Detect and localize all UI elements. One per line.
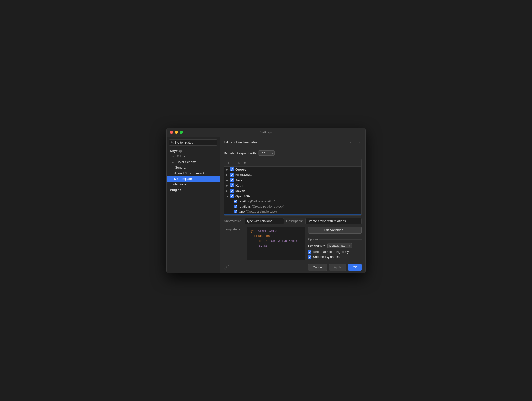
template-text-label: Template text:: [224, 227, 244, 260]
titlebar: Settings: [167, 128, 365, 137]
template-item-relation[interactable]: relation (Define a relation): [224, 199, 361, 204]
edit-variables-button[interactable]: Edit Variables...: [308, 227, 362, 234]
reset-template-button[interactable]: ↺: [243, 160, 248, 165]
panel-body: By default expand with Tab Enter Space +…: [220, 147, 365, 261]
expand-with-select-wrapper[interactable]: Default (Tab) Tab Enter Space: [327, 243, 352, 248]
maximize-button[interactable]: [180, 131, 183, 134]
form-area: Abbreviation: Description: Template text…: [224, 216, 362, 261]
relations-desc: (Create relations block): [252, 205, 284, 208]
breadcrumb-current: Live Templates: [236, 140, 257, 144]
description-label: Description:: [286, 219, 303, 223]
sidebar-item-editor[interactable]: ▾ Editor: [167, 154, 220, 159]
template-group-java-header[interactable]: ▶ Java: [224, 177, 361, 183]
relations-checkbox[interactable]: [234, 205, 237, 208]
add-template-button[interactable]: +: [226, 160, 231, 165]
template-code-view[interactable]: type $TYPE_NAME$ relations define $RELAT: [247, 227, 305, 260]
close-button[interactable]: [170, 131, 173, 134]
cancel-button[interactable]: Cancel: [308, 264, 327, 271]
kotlin-checkbox[interactable]: [230, 183, 234, 187]
abbreviation-row: Abbreviation: Description:: [224, 218, 362, 224]
reformat-row: Reformat according to style: [308, 250, 362, 254]
help-button[interactable]: ?: [224, 265, 229, 270]
right-panel: Editor › Live Templates ← → By default e…: [220, 137, 365, 273]
java-checkbox[interactable]: [230, 178, 234, 182]
shorten-fq-label: Shorten FQ names: [313, 255, 340, 259]
type-checkbox[interactable]: [234, 210, 237, 213]
relation-desc: (Define a relation): [250, 200, 275, 203]
groovy-arrow-icon: ▶: [226, 168, 230, 171]
settings-window: Settings ✕ Keymap ▾ Editor: [166, 128, 366, 273]
search-clear-icon[interactable]: ✕: [213, 141, 215, 144]
template-group-openfga-header[interactable]: ▼ OpenFGA: [224, 193, 361, 199]
type-desc: (Create a simple type): [246, 210, 277, 213]
editor-toggle-icon: ▾: [172, 155, 175, 158]
java-name: Java: [235, 178, 242, 182]
minimize-button[interactable]: [175, 131, 178, 134]
copy-template-button[interactable]: ⧉: [237, 160, 242, 165]
description-input[interactable]: [305, 218, 362, 224]
nav-forward-button[interactable]: →: [356, 139, 362, 145]
nav-back-button[interactable]: ←: [348, 139, 354, 145]
maven-arrow-icon: ▶: [226, 190, 230, 192]
sidebar-item-file-code-templates[interactable]: File and Code Templates: [167, 170, 220, 176]
template-group-maven-header[interactable]: ▶ Maven: [224, 188, 361, 193]
abbreviation-input[interactable]: [245, 218, 284, 224]
shorten-fq-row: Shorten FQ names: [308, 255, 362, 259]
search-icon: [171, 141, 174, 144]
search-input[interactable]: [175, 141, 212, 144]
expand-label: By default expand with: [224, 151, 256, 155]
search-box[interactable]: ✕: [169, 139, 217, 146]
template-group-groovy-header[interactable]: ▶ Groovy: [224, 167, 361, 172]
groovy-checkbox[interactable]: [230, 167, 234, 171]
template-group-groovy: ▶ Groovy: [224, 167, 361, 172]
window-title: Settings: [260, 130, 272, 134]
breadcrumb: Editor › Live Templates: [224, 140, 257, 144]
type-with-relations-checkbox[interactable]: [234, 215, 237, 216]
template-item-type[interactable]: type (Create a simple type): [224, 209, 361, 214]
sidebar-item-live-templates[interactable]: Live Templates: [167, 176, 220, 182]
template-group-html: ▶ HTML/XML: [224, 172, 361, 177]
kotlin-name: Kotlin: [235, 184, 244, 187]
nav-arrows: ← →: [348, 139, 362, 145]
sidebar-item-general[interactable]: General: [167, 165, 220, 170]
ok-button[interactable]: OK: [348, 264, 362, 271]
sidebar: ✕ Keymap ▾ Editor ▸ Color Scheme General…: [167, 137, 220, 273]
reformat-checkbox[interactable]: [308, 250, 311, 254]
breadcrumb-parent: Editor: [224, 140, 232, 144]
reformat-label: Reformat according to style: [313, 250, 351, 254]
code-line-2: relations: [254, 234, 302, 238]
openfga-checkbox[interactable]: [230, 194, 234, 198]
java-arrow-icon: ▶: [226, 179, 230, 182]
sidebar-item-color-scheme[interactable]: ▸ Color Scheme: [167, 159, 220, 165]
template-item-relations[interactable]: relations (Create relations block): [224, 204, 361, 209]
sidebar-item-intentions[interactable]: Intentions: [167, 182, 220, 187]
template-group-html-header[interactable]: ▶ HTML/XML: [224, 172, 361, 177]
templates-list: ▶ Groovy ▶ HTML/XML: [224, 167, 361, 215]
templates-area: + − ⧉ ↺ ▶ Groovy: [224, 159, 362, 216]
templates-toolbar: + − ⧉ ↺: [224, 159, 361, 167]
template-group-kotlin-header[interactable]: ▶ Kotlin: [224, 183, 361, 188]
shorten-fq-checkbox[interactable]: [308, 255, 311, 259]
expand-select[interactable]: Tab Enter Space: [258, 150, 275, 156]
maven-checkbox[interactable]: [230, 189, 234, 193]
relation-checkbox[interactable]: [234, 200, 237, 203]
relation-name: relation: [239, 200, 249, 203]
maven-name: Maven: [235, 189, 245, 193]
openfga-arrow-icon: ▼: [226, 195, 230, 198]
options-section: Options Expand with Default (Tab) Tab En…: [308, 236, 362, 260]
traffic-lights: [170, 131, 183, 134]
openfga-name: OpenFGA: [235, 194, 250, 198]
abbreviation-label: Abbreviation:: [224, 219, 242, 223]
html-checkbox[interactable]: [230, 173, 234, 177]
expand-select-wrapper[interactable]: Tab Enter Space: [258, 150, 275, 156]
options-title: Options: [308, 236, 362, 241]
expand-with-select[interactable]: Default (Tab) Tab Enter Space: [327, 243, 352, 248]
expand-with-label: Expand with: [308, 244, 325, 248]
template-item-type-with-relations[interactable]: type with relations (Create a type with …: [224, 214, 361, 215]
remove-template-button[interactable]: −: [231, 160, 236, 165]
panel-header: Editor › Live Templates ← →: [220, 137, 365, 147]
right-options: Edit Variables... Options Expand with De…: [308, 227, 362, 260]
sidebar-item-keymap[interactable]: Keymap: [167, 148, 220, 154]
sidebar-item-plugins[interactable]: Plugins: [167, 187, 220, 193]
apply-button[interactable]: Apply: [329, 264, 346, 271]
